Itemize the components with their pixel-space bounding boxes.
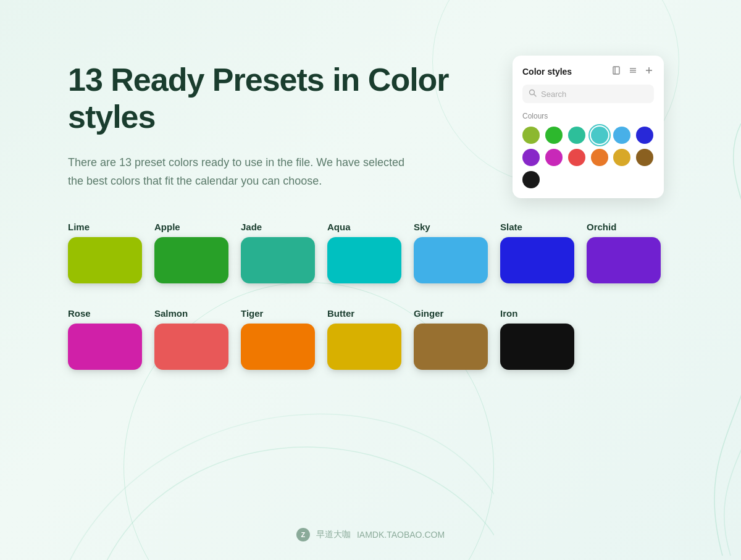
jade-swatch-label: Jade xyxy=(241,222,262,232)
search-icon xyxy=(529,89,537,99)
ginger-dot[interactable] xyxy=(636,149,653,166)
sky-swatch[interactable] xyxy=(414,237,488,283)
salmon-dot[interactable] xyxy=(568,149,585,166)
tiger-swatch[interactable] xyxy=(241,324,315,370)
brand-name: 早道大咖 xyxy=(316,529,351,540)
lime-swatch-label: Lime xyxy=(68,222,90,232)
tiger-swatch-item: Tiger xyxy=(241,308,315,370)
main-content: 13 Ready Presets in Color styles There a… xyxy=(68,62,673,395)
apple-swatch-label: Apple xyxy=(154,222,180,232)
aqua-dot[interactable] xyxy=(591,127,608,144)
salmon-swatch-label: Salmon xyxy=(154,308,188,319)
watermark: Z 早道大咖 IAMDK.TAOBAO.COM xyxy=(296,528,445,541)
sky-swatch-label: Sky xyxy=(414,222,430,232)
search-box[interactable]: Search xyxy=(522,85,654,103)
butter-dot[interactable] xyxy=(613,149,630,166)
add-icon[interactable] xyxy=(644,65,654,77)
ginger-swatch-label: Ginger xyxy=(414,308,443,319)
list-icon[interactable] xyxy=(628,65,638,77)
svg-rect-0 xyxy=(613,67,619,74)
rose-dot[interactable] xyxy=(545,149,563,166)
iron-swatch-label: Iron xyxy=(500,308,517,319)
jade-dot[interactable] xyxy=(568,127,585,144)
color-row-1: LimeAppleJadeAquaSkySlateOrchid xyxy=(68,222,451,283)
page-description: There are 13 preset colors ready to use … xyxy=(68,153,414,191)
butter-swatch[interactable] xyxy=(327,324,401,370)
apple-swatch-item: Apple xyxy=(154,222,228,283)
right-panel-section: Color styles xyxy=(513,56,673,198)
watermark-logo: Z xyxy=(296,528,310,541)
slate-swatch[interactable] xyxy=(500,237,574,283)
page-headline: 13 Ready Presets in Color styles xyxy=(68,62,451,136)
butter-swatch-item: Butter xyxy=(327,308,401,370)
aqua-swatch-item: Aqua xyxy=(327,222,401,283)
aqua-swatch[interactable] xyxy=(327,237,401,283)
salmon-swatch-item: Salmon xyxy=(154,308,228,370)
left-section: 13 Ready Presets in Color styles There a… xyxy=(68,62,451,395)
colours-section: Colours xyxy=(522,112,654,188)
orchid-swatch-item: Orchid xyxy=(587,222,661,283)
color-grid: LimeAppleJadeAquaSkySlateOrchid RoseSalm… xyxy=(68,222,451,370)
jade-swatch[interactable] xyxy=(241,237,315,283)
panel-icons xyxy=(612,65,654,77)
orchid-dot[interactable] xyxy=(522,149,540,166)
book-icon[interactable] xyxy=(612,65,622,77)
color-styles-panel: Color styles xyxy=(513,56,664,198)
salmon-swatch[interactable] xyxy=(154,324,228,370)
slate-swatch-item: Slate xyxy=(500,222,574,283)
tiger-swatch-label: Tiger xyxy=(241,308,263,319)
color-row-2: RoseSalmonTigerButterGingerIron xyxy=(68,308,451,370)
tiger-dot[interactable] xyxy=(591,149,608,166)
apple-dot[interactable] xyxy=(545,127,563,144)
orchid-swatch[interactable] xyxy=(587,237,661,283)
lime-swatch-item: Lime xyxy=(68,222,142,283)
ginger-swatch[interactable] xyxy=(414,324,488,370)
lime-swatch[interactable] xyxy=(68,237,142,283)
colours-label: Colours xyxy=(522,112,654,120)
apple-swatch[interactable] xyxy=(154,237,228,283)
colour-dots-grid xyxy=(522,127,654,188)
website-url: IAMDK.TAOBAO.COM xyxy=(357,530,445,540)
iron-swatch[interactable] xyxy=(500,324,574,370)
iron-swatch-item: Iron xyxy=(500,308,574,370)
search-placeholder-text: Search xyxy=(541,90,566,99)
rose-swatch-label: Rose xyxy=(68,308,91,319)
iron-dot[interactable] xyxy=(522,171,540,188)
butter-swatch-label: Butter xyxy=(327,308,354,319)
panel-header: Color styles xyxy=(522,65,654,77)
sky-dot[interactable] xyxy=(613,127,630,144)
sky-swatch-item: Sky xyxy=(414,222,488,283)
slate-swatch-label: Slate xyxy=(500,222,522,232)
orchid-swatch-label: Orchid xyxy=(587,222,616,232)
slate-dot[interactable] xyxy=(636,127,653,144)
svg-line-8 xyxy=(534,94,537,97)
ginger-swatch-item: Ginger xyxy=(414,308,488,370)
aqua-swatch-label: Aqua xyxy=(327,222,351,232)
jade-swatch-item: Jade xyxy=(241,222,315,283)
panel-title: Color styles xyxy=(522,67,572,77)
rose-swatch[interactable] xyxy=(68,324,142,370)
rose-swatch-item: Rose xyxy=(68,308,142,370)
lime-dot[interactable] xyxy=(522,127,540,144)
